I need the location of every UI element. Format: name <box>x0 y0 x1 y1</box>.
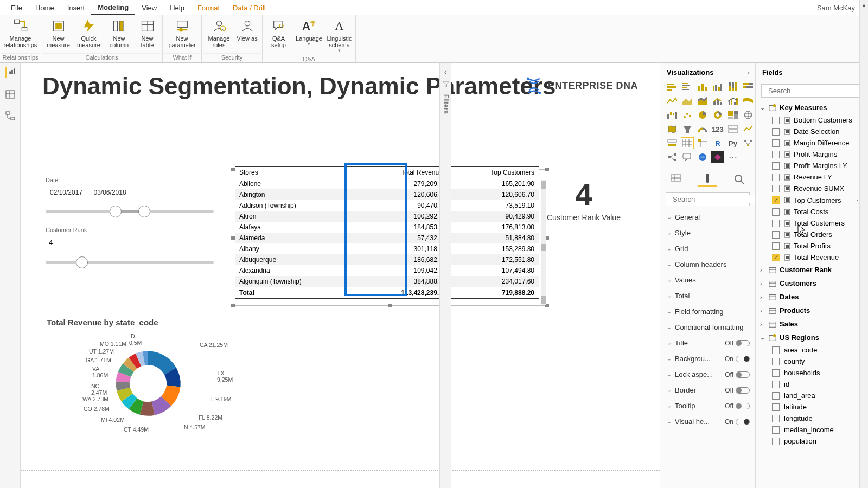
table-vis-icon[interactable] <box>681 137 694 149</box>
multicard-icon[interactable] <box>726 123 739 135</box>
model-view-icon[interactable] <box>5 111 16 121</box>
arcgis-icon[interactable] <box>696 151 709 163</box>
date-to[interactable]: 03/06/2018 <box>90 187 131 198</box>
slicer-icon[interactable] <box>666 137 679 149</box>
stackedbar100-icon[interactable] <box>742 81 755 93</box>
rank-slider[interactable] <box>46 261 214 264</box>
get-more-icon[interactable]: ⋯ <box>726 151 739 163</box>
table-row[interactable]: Alexandria109,042.5107,494.80 <box>235 265 539 276</box>
field-profit-margins-ly[interactable]: Profit Margins LY <box>756 160 868 171</box>
card-icon[interactable]: 123 <box>711 123 724 135</box>
format-toggle[interactable]: ⌄TooltipOff <box>660 398 755 414</box>
signed-in-user[interactable]: Sam McKay <box>817 4 864 12</box>
table-row[interactable]: Alafaya184,853.0176,813.00 <box>235 222 539 233</box>
table-us-regions[interactable]: ⌄US Regions <box>756 331 868 344</box>
col-header[interactable]: Total Revenue <box>359 166 447 178</box>
manage-roles-button[interactable]: Manage roles <box>204 17 234 53</box>
date-slider[interactable] <box>46 210 214 213</box>
format-toggle[interactable]: ⌄Visual he...On <box>660 414 755 429</box>
collapse-icon[interactable]: › <box>748 68 750 76</box>
app-scrollbar[interactable]: ▴ <box>859 0 868 488</box>
format-section[interactable]: ⌄Total <box>660 288 755 304</box>
format-toggle[interactable]: ⌄BorderOff <box>660 382 755 398</box>
python-icon[interactable]: Py <box>726 137 739 149</box>
table-key-measures[interactable]: ⌄Key Measures <box>756 101 868 114</box>
slider-thumb-to[interactable] <box>138 206 150 217</box>
funnel-icon[interactable] <box>681 123 694 135</box>
field-total-revenue[interactable]: ✓Total Revenue <box>756 252 868 263</box>
donut-icon[interactable] <box>711 109 724 121</box>
table-row[interactable]: Albuquerque186,682.1172,551.80 <box>235 254 539 265</box>
field-population[interactable]: population <box>756 435 868 447</box>
field-latitude[interactable]: latitude <box>756 401 868 413</box>
menu-format[interactable]: Format <box>191 2 226 14</box>
table-products[interactable]: ›Products <box>756 304 868 317</box>
format-search[interactable] <box>666 192 750 206</box>
rscript-icon[interactable]: R <box>711 137 724 149</box>
menu-file[interactable]: File <box>4 2 29 14</box>
fields-tab[interactable] <box>667 171 685 187</box>
field-top-customers[interactable]: ✓Top Customers⋯ <box>756 194 868 206</box>
menu-help[interactable]: Help <box>163 2 191 14</box>
stores-table[interactable]: StoresTotal RevenueTop Customers Abilene… <box>235 166 539 299</box>
gauge-icon[interactable] <box>696 123 709 135</box>
table-customer-rank[interactable]: ›Customer Rank <box>756 263 868 277</box>
table-scrollbar[interactable] <box>541 180 546 305</box>
pie-icon[interactable] <box>696 109 709 121</box>
report-canvas[interactable]: Dynamic Segmentation, Dynamic Parameters… <box>21 63 660 488</box>
field-longitude[interactable]: longitude <box>756 413 868 424</box>
field-land_area[interactable]: land_area <box>756 390 868 401</box>
scatter-icon[interactable] <box>681 109 694 121</box>
analytics-tab[interactable] <box>730 171 749 187</box>
menu-modeling[interactable]: Modeling <box>91 1 135 15</box>
kpi-icon[interactable] <box>742 123 755 135</box>
new-table-button[interactable]: New table <box>135 17 161 53</box>
data-view-icon[interactable] <box>5 89 16 100</box>
stackedcol-icon[interactable] <box>696 81 709 93</box>
view-as-button[interactable]: View as <box>234 17 260 53</box>
field-total-profits[interactable]: Total Profits <box>756 240 868 252</box>
rank-input[interactable] <box>46 236 187 249</box>
stackedarea-icon[interactable] <box>696 95 709 107</box>
area-icon[interactable] <box>681 95 694 107</box>
fields-search[interactable] <box>761 84 863 98</box>
field-total-customers[interactable]: Total Customers <box>756 217 868 229</box>
table-row[interactable]: Addison (Township)90,470.173,519.10 <box>235 200 539 211</box>
format-toggle[interactable]: ⌄Lock aspe...Off <box>660 367 755 382</box>
customer-rank-slicer[interactable]: Customer Rank <box>46 227 214 264</box>
field-total-costs[interactable]: Total Costs <box>756 206 868 217</box>
field-area_code[interactable]: area_code <box>756 344 868 356</box>
report-view-icon[interactable] <box>5 67 16 78</box>
format-section[interactable]: ⌄Column headers <box>660 256 755 272</box>
field-bottom-customers[interactable]: Bottom Customers <box>756 114 868 126</box>
field-id[interactable]: id <box>756 378 868 390</box>
col-header[interactable]: Stores <box>235 166 359 178</box>
rank-card[interactable]: 4 Customer Rank Value <box>547 177 621 222</box>
table-dates[interactable]: ›Dates <box>756 290 868 304</box>
clusteredbar-icon[interactable] <box>681 81 694 93</box>
manage-relationships-button[interactable]: Manage relationships <box>1 17 40 53</box>
format-section[interactable]: ⌄Conditional formatting <box>660 319 755 335</box>
field-profit-margins[interactable]: Profit Margins <box>756 149 868 160</box>
table-row[interactable]: Alameda57,432.451,884.80 <box>235 233 539 243</box>
table-row[interactable]: Algonquin (Township)384,888.2234,017.60 <box>235 276 539 287</box>
date-slicer[interactable]: Date 02/10/2017 03/06/2018 <box>46 177 214 213</box>
filters-pane-collapsed[interactable]: ‹ Filters <box>439 63 451 488</box>
qa-setup-button[interactable]: Q&A setup <box>264 17 294 55</box>
keyinfluencers-icon[interactable] <box>742 137 755 149</box>
format-search-input[interactable] <box>673 195 764 203</box>
menu-data-drill[interactable]: Data / Drill <box>226 2 272 14</box>
linguistic-schema-button[interactable]: ALinguistic schema▾ <box>324 17 355 55</box>
fields-search-input[interactable] <box>768 87 859 95</box>
format-section[interactable]: ⌄Style <box>660 225 755 241</box>
format-tab[interactable] <box>698 171 717 187</box>
table-row[interactable]: Abington120,606.7120,606.70 <box>235 189 539 200</box>
format-section[interactable]: ⌄Field formatting <box>660 304 755 319</box>
field-revenue-ly[interactable]: Revenue LY <box>756 171 868 183</box>
table-row[interactable]: Albany301,118.1153,289.30 <box>235 243 539 254</box>
field-median_income[interactable]: median_income <box>756 424 868 435</box>
new-column-button[interactable]: New column <box>104 17 135 53</box>
format-section[interactable]: ⌄General <box>660 209 755 225</box>
treemap-icon[interactable] <box>726 109 739 121</box>
new-measure-button[interactable]: New measure <box>43 17 74 53</box>
